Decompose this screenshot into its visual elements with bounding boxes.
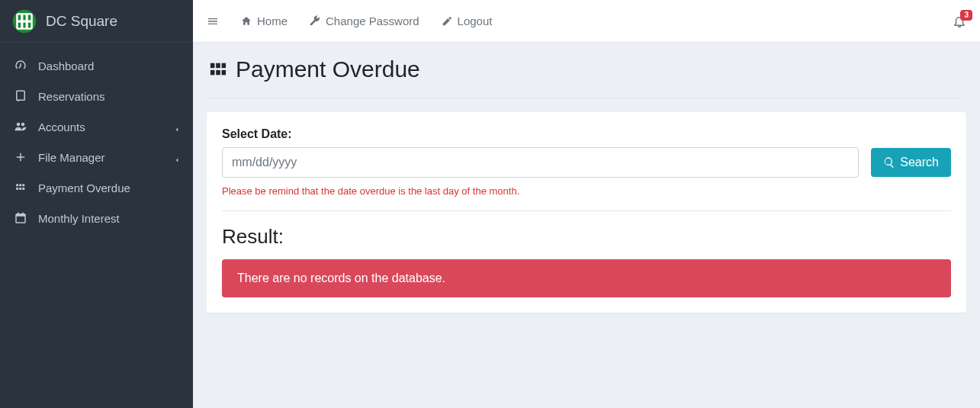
svg-rect-6 <box>19 184 21 186</box>
book-icon <box>12 89 29 103</box>
sidebar-item-label: Reservations <box>38 90 105 103</box>
search-icon <box>883 156 895 169</box>
page-title: Payment Overdue <box>208 56 965 82</box>
search-card: Select Date: Search Please be remind tha… <box>207 112 966 313</box>
result-title: Result: <box>222 225 951 249</box>
sidebar-item-label: Monthly Interest <box>38 212 120 225</box>
divider <box>222 210 951 211</box>
svg-rect-16 <box>222 70 227 75</box>
svg-rect-13 <box>222 63 227 68</box>
alert-text: There are no records on the database. <box>237 271 445 284</box>
sidebar-item-label: Dashboard <box>38 59 94 72</box>
sidebar-item-monthly-interest[interactable]: Monthly Interest <box>0 203 193 233</box>
topbar-link-label: Home <box>257 14 288 27</box>
sidebar-item-payment-overdue[interactable]: Payment Overdue <box>0 172 193 203</box>
brand-title: DC Square <box>46 13 117 30</box>
grid-icon <box>12 181 29 194</box>
chevron-left-icon <box>173 153 181 161</box>
chevron-left-icon <box>173 123 181 130</box>
users-icon <box>12 120 29 133</box>
sidebar-toggle-button[interactable] <box>207 15 219 27</box>
wrench-icon <box>309 15 321 27</box>
date-input[interactable] <box>222 147 859 178</box>
form-row: Search <box>222 147 951 178</box>
calendar-icon <box>12 211 29 225</box>
page-title-text: Payment Overdue <box>236 56 420 82</box>
svg-rect-11 <box>210 63 215 68</box>
main-content: Home Change Password Logout 3 Pa <box>193 0 980 408</box>
tachometer-icon <box>12 59 29 72</box>
svg-rect-7 <box>22 184 24 186</box>
help-text: Please be remind that the date overdue i… <box>222 185 951 197</box>
topbar-link-logout[interactable]: Logout <box>441 14 493 27</box>
topbar: Home Change Password Logout 3 <box>193 0 980 43</box>
notifications-button[interactable]: 3 <box>953 14 966 28</box>
topbar-link-label: Change Password <box>326 14 419 27</box>
no-records-alert: There are no records on the database. <box>222 259 951 297</box>
sidebar-menu: Dashboard Reservations Accounts <box>0 43 193 233</box>
search-button-label: Search <box>900 156 939 169</box>
topbar-link-label: Logout <box>458 14 493 27</box>
content-header: Payment Overdue <box>193 43 980 90</box>
bars-icon <box>207 15 219 27</box>
sidebar-item-accounts[interactable]: Accounts <box>0 111 193 142</box>
svg-rect-10 <box>22 188 24 190</box>
grid-icon <box>208 61 228 78</box>
topbar-link-change-password[interactable]: Change Password <box>309 14 419 27</box>
svg-rect-12 <box>216 63 220 68</box>
notifications-count-badge: 3 <box>960 10 972 21</box>
edit-icon <box>441 15 453 27</box>
sidebar-item-label: Accounts <box>38 120 85 133</box>
svg-rect-5 <box>16 184 18 186</box>
brand-logo-icon <box>12 9 37 34</box>
search-button[interactable]: Search <box>871 148 951 177</box>
sidebar-item-file-manager[interactable]: File Manager <box>0 142 193 172</box>
date-label: Select Date: <box>222 127 951 141</box>
sidebar-item-label: File Manager <box>38 151 105 164</box>
brand[interactable]: DC Square <box>0 0 193 43</box>
plus-icon <box>12 150 29 164</box>
svg-rect-4 <box>17 20 31 22</box>
sidebar: DC Square Dashboard Reservations <box>0 0 193 408</box>
svg-rect-14 <box>210 70 215 75</box>
home-icon <box>240 15 252 27</box>
sidebar-item-reservations[interactable]: Reservations <box>0 81 193 111</box>
svg-rect-15 <box>216 70 220 75</box>
svg-rect-9 <box>19 188 21 190</box>
divider <box>208 98 965 98</box>
svg-rect-8 <box>16 188 18 190</box>
sidebar-item-label: Payment Overdue <box>38 182 130 194</box>
sidebar-item-dashboard[interactable]: Dashboard <box>0 50 193 81</box>
topbar-link-home[interactable]: Home <box>240 14 288 27</box>
